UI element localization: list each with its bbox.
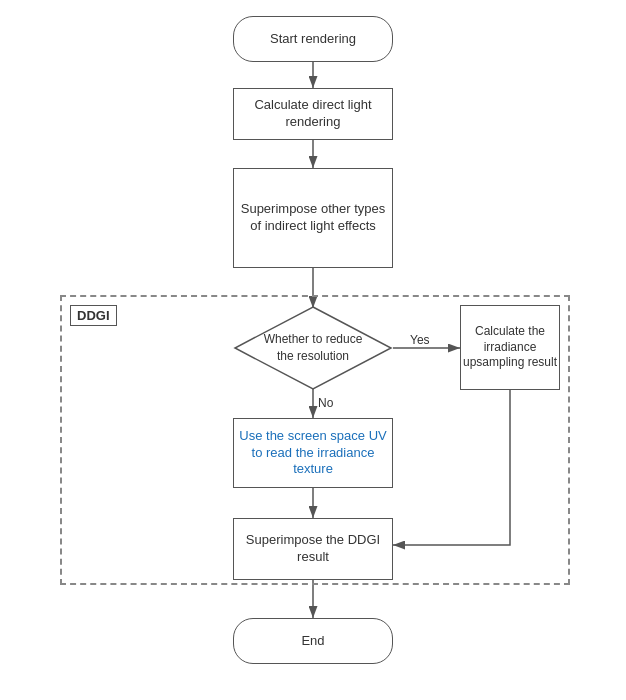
end-node: End [233,618,393,664]
start-label: Start rendering [270,31,356,48]
yes-label: Yes [410,333,430,347]
use-screen-node: Use the screen space UV to read the irra… [233,418,393,488]
superimpose-ddgi-label: Superimpose the DDGI result [234,532,392,566]
diagram-container: Start rendering Calculate direct light r… [0,0,626,700]
end-label: End [301,633,324,650]
calc-irradiance-node: Calculate the irradiance upsampling resu… [460,305,560,390]
calc-direct-label: Calculate direct light rendering [234,97,392,131]
calc-direct-node: Calculate direct light rendering [233,88,393,140]
use-screen-label: Use the screen space UV to read the irra… [234,428,392,479]
superimpose-ddgi-node: Superimpose the DDGI result [233,518,393,580]
diamond-label: Whether to reduce the resolution [258,331,368,365]
superimpose-indirect-label: Superimpose other types of indirect ligh… [234,201,392,235]
ddgi-label: DDGI [70,305,117,326]
superimpose-indirect-node: Superimpose other types of indirect ligh… [233,168,393,268]
no-label: No [318,396,333,410]
start-node: Start rendering [233,16,393,62]
calc-irradiance-label: Calculate the irradiance upsampling resu… [461,324,559,371]
diamond-node: Whether to reduce the resolution [233,305,393,391]
